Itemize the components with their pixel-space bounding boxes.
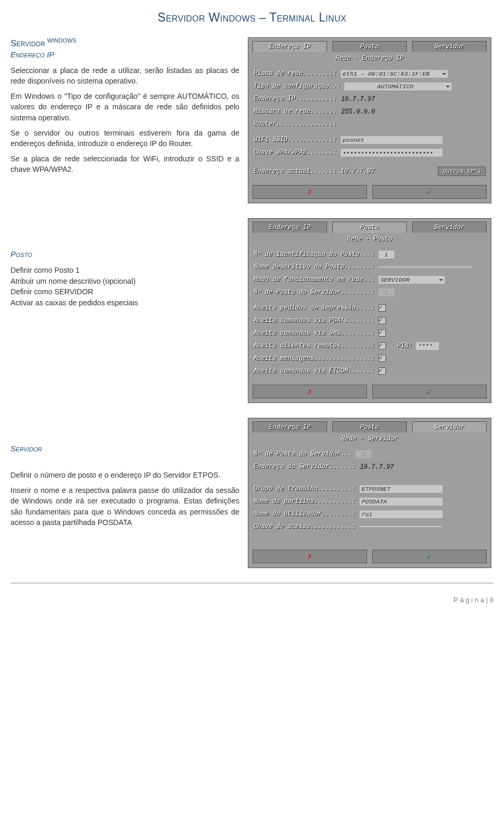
- lbl-aceita-impressao: Aceita pedidos de impressão....:: [254, 304, 374, 312]
- input-pin[interactable]: ****: [416, 342, 439, 350]
- page-footer: P á g i n a | 8: [10, 596, 494, 604]
- lbl-router: Router...............:: [254, 120, 337, 128]
- panel-posto: Endereço IP Posto Servidor Rede - Posto …: [248, 218, 491, 403]
- close-icon: ✗: [307, 186, 313, 198]
- tab-endereco-ip[interactable]: Endereço IP: [253, 41, 327, 52]
- line: Atribuir um nome descritivo (opcional): [10, 276, 239, 287]
- cancel-button[interactable]: ✗: [253, 185, 367, 199]
- panel-endereco-ip: Endereço IP Posto Servidor Rede - Endere…: [248, 37, 491, 203]
- subheading-endereco-ip: Endereço IP: [10, 50, 239, 59]
- lbl-endereco-actual: Endereço actual......:: [254, 168, 337, 175]
- tab-endereco-ip[interactable]: Endereço IP: [253, 421, 327, 432]
- check-icon: ✓: [427, 186, 433, 198]
- checkbox-sms[interactable]: [379, 329, 386, 337]
- panel-subtitle: Rede - Servidor: [248, 434, 491, 446]
- para: Definir o número de posto e o endereço I…: [10, 470, 239, 481]
- lbl-id-posto: Nº de identificação do Posto...:: [254, 251, 374, 258]
- para: Inserir o nome e a respectiva palavra pa…: [10, 485, 239, 528]
- close-icon: ✗: [307, 386, 313, 397]
- lbl-ssid: WiFi SSID............:: [254, 136, 337, 143]
- tab-endereco-ip[interactable]: Endereço IP: [253, 222, 327, 233]
- heading-servidor: Servidor: [10, 444, 239, 453]
- input-utilizador[interactable]: rui: [360, 510, 443, 518]
- lbl-tipo: Tipo de configuração..:: [254, 83, 341, 90]
- checkbox-pda[interactable]: [379, 317, 386, 324]
- divider: [10, 583, 494, 583]
- lbl-pin: PIN:: [397, 342, 412, 349]
- panel-subtitle: Rede - Endereço IP: [248, 54, 491, 65]
- para: Em Windows o "Tipo de configuração" é se…: [10, 91, 239, 123]
- lbl-nome-posto: Nome descritivo do Posto.......:: [254, 263, 374, 271]
- lbl-aceita-pda: Aceita comandos via PDA's......:: [254, 317, 374, 324]
- checkbox-etcom[interactable]: [379, 367, 386, 375]
- val-n-servidor: 1: [379, 289, 394, 296]
- panel-subtitle: Rede - Posto: [248, 234, 491, 246]
- button-outros-ips[interactable]: Outros IP's: [438, 167, 486, 176]
- input-nome-posto[interactable]: [379, 266, 472, 267]
- lbl-n-servidor: Nº de Posto do Servidor........:: [254, 289, 374, 296]
- val-endereco-actual: 10.7.7.97: [341, 168, 375, 175]
- cancel-button[interactable]: ✗: [253, 550, 367, 563]
- line: Definir como Posto 1: [10, 265, 239, 276]
- check-icon: ✓: [427, 386, 433, 397]
- lbl-aceita-mensagens: Aceita mensagens...............:: [254, 355, 374, 362]
- input-partilha[interactable]: POSDATA: [360, 498, 443, 506]
- lbl-end-srv: Endereço do Servidor......:: [254, 463, 355, 470]
- lbl-mascara: Máscara de rede......:: [254, 108, 337, 115]
- page-title: Servidor Windows – Terminal Linux: [10, 11, 494, 25]
- val-endereco-ip: 10.7.7.97: [341, 95, 375, 102]
- ok-button[interactable]: ✓: [372, 185, 487, 199]
- lbl-placa: Placa de rede........:: [254, 70, 337, 77]
- ok-button[interactable]: ✓: [372, 385, 487, 398]
- lbl-aceita-sms: Aceita comandos via SMS........:: [254, 329, 374, 337]
- input-ssid[interactable]: posnet: [341, 136, 443, 144]
- input-tipo-config[interactable]: AUTOMÁTICO: [344, 83, 452, 90]
- val-n-posto-srv: 1: [355, 450, 371, 458]
- lbl-partilha: Nome da partilha..........:: [254, 498, 355, 505]
- lbl-modo: Modo de funcionamento em rede..:: [254, 276, 374, 283]
- tab-servidor[interactable]: Servidor: [412, 421, 487, 432]
- para: Se a placa de rede seleccionada for WiFi…: [10, 153, 239, 175]
- val-mascara: 255.0.0.0: [341, 108, 375, 115]
- input-modo-rede[interactable]: SERVIDOR: [379, 276, 445, 284]
- val-end-srv: 10.7.7.97: [360, 463, 394, 470]
- line: Definir como SERVIDOR: [10, 286, 239, 297]
- heading-posto: Posto: [10, 250, 239, 259]
- lbl-n-posto-srv: Nº de Posto do Servidor...: [254, 450, 352, 458]
- checkbox-remotos[interactable]: [379, 342, 386, 349]
- para: Se o servidor ou outros terminais estive…: [10, 128, 239, 149]
- lbl-grupo: Grupo de trabalho.........:: [254, 485, 355, 492]
- lbl-aceita-remotos: Aceita clientes remotos........:: [254, 342, 374, 349]
- heading-servidor-windows: ServidorWINDOWS: [10, 37, 239, 49]
- tab-servidor[interactable]: Servidor: [412, 222, 487, 233]
- close-icon: ✗: [307, 551, 313, 562]
- para: Seleccionar a placa de rede a utilizar, …: [10, 65, 239, 87]
- tab-servidor[interactable]: Servidor: [412, 41, 487, 52]
- lbl-endereco-ip: Endereço IP..........:: [254, 95, 337, 102]
- input-grupo[interactable]: ETPOSNET: [360, 485, 443, 493]
- input-wpa[interactable]: •••••••••••••••••••••••••: [341, 149, 443, 157]
- checkbox-mensagens[interactable]: [379, 355, 386, 362]
- panel-servidor: Endereço IP Posto Servidor Rede - Servid…: [248, 418, 491, 568]
- input-placa-rede[interactable]: eth1 - 00:01:6C:63:1F:EB: [341, 70, 448, 78]
- check-icon: ✓: [427, 551, 433, 562]
- lbl-chave: Chave de acesso...........:: [254, 523, 355, 530]
- line: Activar as caixas de pedidos especiais: [10, 297, 239, 308]
- tab-posto[interactable]: Posto: [332, 222, 407, 233]
- input-id-posto[interactable]: 1: [379, 251, 394, 259]
- lbl-aceita-etcom: Aceita comandos via ETCOM......:: [254, 367, 374, 375]
- lbl-utilizador: Nome do utilizador........:: [254, 510, 355, 518]
- ok-button[interactable]: ✓: [372, 550, 487, 563]
- input-chave[interactable]: [360, 526, 443, 527]
- tab-posto[interactable]: Posto: [332, 421, 407, 432]
- cancel-button[interactable]: ✗: [253, 385, 367, 398]
- checkbox-impressao[interactable]: [379, 304, 386, 312]
- tab-posto[interactable]: Posto: [332, 41, 407, 52]
- lbl-wpa: Chave WPA/WPA2.......:: [254, 149, 337, 156]
